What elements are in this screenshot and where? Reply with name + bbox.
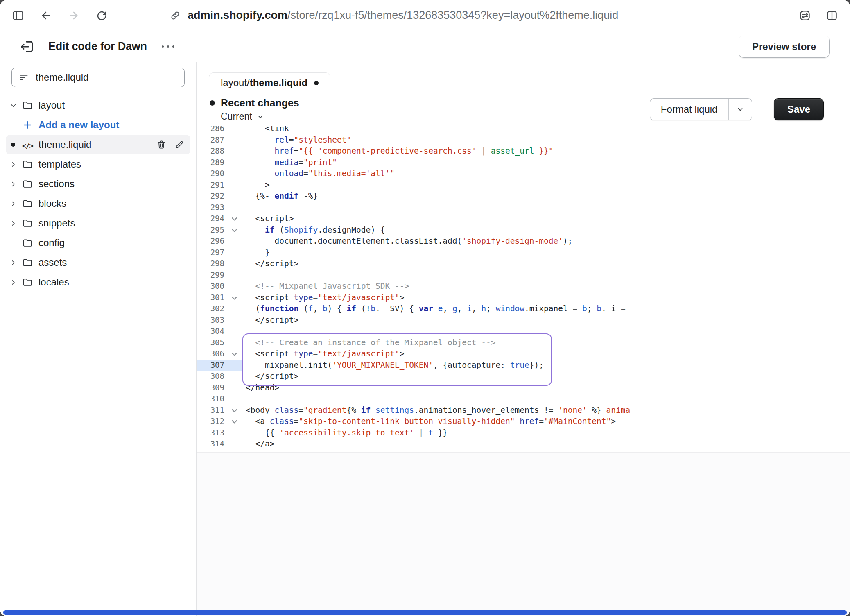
fold-chevron-icon[interactable]: [231, 215, 238, 222]
code-line-text[interactable]: <!-- Create an instance of the Mixpanel …: [242, 337, 495, 349]
code-line-text[interactable]: [242, 202, 246, 213]
sidebar-item-snippets[interactable]: snippets: [6, 213, 190, 233]
sidebar-item-assets[interactable]: assets: [6, 253, 190, 272]
format-liquid-label[interactable]: Format liquid: [650, 104, 728, 115]
preview-store-button[interactable]: Preview store: [739, 36, 830, 58]
fold-chevron-icon[interactable]: [231, 350, 238, 358]
code-line: 286 <link: [197, 126, 850, 134]
url-host: admin.shopify.com: [188, 9, 287, 21]
sidebar-toggle-icon[interactable]: [11, 8, 25, 23]
code-line-text[interactable]: media="print": [242, 157, 337, 168]
code-line: 305 <!-- Create an instance of the Mixpa…: [197, 337, 850, 349]
code-line-text[interactable]: </a>: [242, 438, 274, 450]
tab-theme-liquid[interactable]: layout/theme.liquid: [209, 72, 330, 93]
rename-file-button[interactable]: [174, 139, 185, 150]
format-options-chevron-icon[interactable]: [729, 99, 752, 120]
chevron-right-icon[interactable]: [9, 219, 17, 227]
code-line-text[interactable]: document.documentElement.classList.add('…: [242, 236, 572, 247]
line-number: 305: [197, 337, 242, 349]
code-line-text[interactable]: </head>: [242, 382, 279, 394]
folder-icon: [22, 277, 33, 288]
fold-chevron-icon[interactable]: [231, 226, 238, 234]
folder-icon: [22, 198, 33, 209]
fold-chevron-icon[interactable]: [231, 417, 238, 425]
code-line: 295 if (Shopify.designMode) {: [197, 224, 850, 236]
exit-editor-icon[interactable]: [18, 38, 36, 56]
code-line: 304: [197, 326, 850, 337]
line-number: 301: [197, 292, 242, 303]
delete-file-button[interactable]: [156, 139, 167, 150]
split-view-icon[interactable]: [825, 8, 839, 23]
line-number: 287: [197, 134, 242, 146]
folder-icon: [22, 159, 33, 170]
chevron-down-icon[interactable]: [9, 101, 17, 109]
code-line: 299: [197, 270, 850, 281]
line-number: 294: [197, 213, 242, 224]
code-line-text[interactable]: href="{{ 'component-predictive-search.cs…: [242, 145, 553, 157]
sidebar-item-add-a-new-layout[interactable]: Add a new layout: [6, 115, 190, 135]
sidebar-item-theme-liquid[interactable]: </>theme.liquid: [6, 135, 190, 154]
sidebar-item-config[interactable]: config: [6, 233, 190, 253]
chevron-right-icon[interactable]: [9, 258, 17, 267]
more-options-icon[interactable]: [158, 41, 179, 52]
folder-icon: [22, 218, 33, 229]
filter-icon: [18, 72, 29, 83]
changes-dot: [210, 100, 215, 106]
line-number: 291: [197, 179, 242, 191]
code-line: 297 }: [197, 247, 850, 258]
format-liquid-button: Format liquid: [650, 98, 752, 120]
code-line-text[interactable]: [242, 326, 246, 337]
chevron-right-icon[interactable]: [9, 160, 17, 168]
forward-button-icon[interactable]: [66, 8, 81, 23]
code-line-text[interactable]: <script>: [242, 213, 294, 224]
save-button[interactable]: Save: [774, 98, 824, 120]
code-line-text[interactable]: <body class="gradient{% if settings.anim…: [242, 405, 630, 416]
line-number: 289: [197, 157, 242, 168]
code-line-text[interactable]: <script type="text/javascript">: [242, 348, 404, 360]
version-dropdown[interactable]: Current: [221, 111, 299, 122]
back-button-icon[interactable]: [38, 8, 53, 23]
code-line: 289 media="print": [197, 157, 850, 168]
code-editor[interactable]: 286 <link287 rel="stylesheet"288 href="{…: [197, 126, 850, 453]
sidebar-item-layout[interactable]: layout: [6, 95, 190, 115]
search-input[interactable]: [36, 72, 178, 83]
code-line-text[interactable]: <script type="text/javascript">: [242, 292, 404, 303]
code-line-text[interactable]: mixpanel.init('YOUR_MIXPANEL_TOKEN', {au…: [242, 360, 544, 371]
code-line-text[interactable]: <!-- Mixpanel Javascript SDK -->: [242, 281, 409, 292]
code-line-text[interactable]: (function (f, b) { if (!b.__SV) { var e,…: [242, 303, 626, 315]
code-line-text[interactable]: <link: [242, 126, 289, 134]
sidebar-item-locales[interactable]: locales: [6, 272, 190, 292]
code-line-text[interactable]: </script>: [242, 315, 298, 326]
chevron-right-icon[interactable]: [9, 278, 17, 286]
code-line-text[interactable]: onload="this.media='all'": [242, 168, 395, 179]
sidebar-item-templates[interactable]: templates: [6, 154, 190, 174]
code-line-text[interactable]: {%- endif -%}: [242, 190, 318, 202]
code-line: 296 document.documentElement.classList.a…: [197, 236, 850, 247]
url-path: /store/rzq1xu-f5/themes/132683530345?key…: [287, 9, 618, 21]
chevron-right-icon[interactable]: [9, 180, 17, 188]
chevron-right-icon[interactable]: [9, 199, 17, 208]
code-line-text[interactable]: if (Shopify.designMode) {: [242, 224, 385, 236]
reload-button-icon[interactable]: [94, 8, 109, 23]
code-line-text[interactable]: </script>: [242, 258, 298, 270]
file-search-box[interactable]: [11, 68, 185, 87]
sidebar-item-blocks[interactable]: blocks: [6, 194, 190, 213]
address-bar[interactable]: admin.shopify.com/store/rzq1xu-f5/themes…: [170, 9, 618, 22]
extensions-icon[interactable]: [798, 8, 812, 23]
code-line-text[interactable]: [242, 270, 246, 281]
sidebar-item-sections[interactable]: sections: [6, 174, 190, 194]
code-line-text[interactable]: <a class="skip-to-content-link button vi…: [242, 416, 616, 427]
code-line-text[interactable]: rel="stylesheet": [242, 134, 351, 146]
sidebar-item-label: templates: [38, 159, 81, 170]
code-line-text[interactable]: {{ 'accessibility.skip_to_text' | t }}: [242, 427, 448, 439]
code-line-text[interactable]: </script>: [242, 371, 298, 382]
fold-chevron-icon[interactable]: [231, 294, 238, 301]
line-number: 300: [197, 281, 242, 292]
line-number: 297: [197, 247, 242, 258]
code-line-text[interactable]: [242, 393, 246, 405]
toolbar-divider: [763, 93, 763, 126]
fold-chevron-icon[interactable]: [231, 406, 238, 414]
code-line-text[interactable]: >: [242, 179, 270, 191]
code-line-text[interactable]: }: [242, 247, 270, 258]
sidebar-item-label: theme.liquid: [38, 139, 91, 150]
